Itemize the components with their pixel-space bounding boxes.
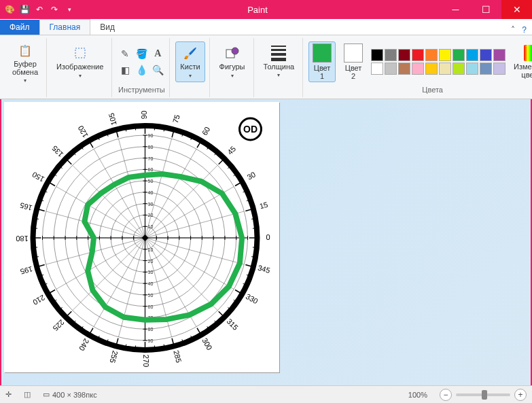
palette-color[interactable]	[466, 49, 478, 61]
palette-color[interactable]	[466, 63, 478, 75]
svg-text:270: 270	[142, 355, 150, 367]
color1-button[interactable]: Цвет 1	[308, 41, 336, 82]
zoom-in-button[interactable]: +	[514, 389, 527, 401]
svg-text:20: 20	[148, 213, 154, 218]
svg-text:90: 90	[148, 338, 154, 343]
svg-text:30: 30	[245, 170, 257, 181]
svg-text:70: 70	[148, 156, 154, 161]
picker-tool[interactable]: 💧	[134, 63, 149, 77]
eraser-tool[interactable]: ◧	[118, 63, 132, 77]
palette-color[interactable]	[385, 49, 397, 61]
size-icon: ▭	[43, 390, 50, 399]
tab-file[interactable]: Файл	[0, 20, 39, 35]
edit-colors-button[interactable]: Изменение цветов	[510, 42, 532, 82]
svg-text:60: 60	[148, 304, 154, 309]
tab-home[interactable]: Главная	[39, 19, 91, 35]
canvas[interactable]: 1010202030304040505060607070808090900153…	[4, 102, 279, 372]
clipboard-button[interactable]: 📋 Буфер обмена ▾	[8, 39, 42, 86]
minimize-button[interactable]: ─	[440, 0, 471, 19]
color-palette	[371, 49, 506, 75]
svg-text:105: 105	[107, 112, 118, 126]
svg-text:80: 80	[148, 145, 154, 150]
svg-text:15: 15	[259, 200, 269, 211]
tab-view[interactable]: Вид	[90, 20, 124, 35]
svg-text:10: 10	[148, 247, 154, 252]
svg-line-24	[251, 257, 254, 258]
palette-color[interactable]	[371, 63, 383, 75]
save-icon[interactable]: 💾	[19, 4, 30, 15]
ribbon: 📋 Буфер обмена ▾ Изображение ▾ ✎	[0, 35, 532, 99]
shapes-icon	[224, 45, 241, 61]
svg-text:240: 240	[77, 338, 91, 353]
tools-grid: ✎ 🪣 A ◧ 💧 🔍	[118, 46, 165, 77]
palette-color[interactable]	[493, 63, 506, 75]
dropdown-icon: ▾	[277, 72, 280, 78]
palette-color[interactable]	[398, 63, 410, 75]
svg-line-20	[251, 219, 254, 220]
svg-text:50: 50	[148, 179, 154, 183]
brush-icon: 🖌️	[182, 45, 198, 61]
help-icon[interactable]: ?	[522, 25, 527, 35]
dropdown-icon: ▾	[24, 77, 26, 84]
svg-text:180: 180	[16, 234, 28, 243]
fill-tool[interactable]: 🪣	[134, 46, 149, 61]
svg-text:225: 225	[52, 318, 66, 332]
thickness-button[interactable]: Толщина ▾	[260, 43, 299, 81]
canvas-area[interactable]: 1010202030304040505060607070808090900153…	[0, 99, 532, 385]
dropdown-icon: ▾	[189, 73, 192, 79]
text-tool[interactable]: A	[150, 46, 165, 61]
svg-text:165: 165	[19, 201, 33, 212]
svg-line-42	[126, 345, 126, 347]
svg-text:255: 255	[109, 350, 120, 364]
svg-text:40: 40	[148, 281, 154, 286]
close-button[interactable]: ✕	[501, 0, 532, 19]
clipboard-icon: 📋	[17, 42, 33, 58]
qat-dropdown-icon[interactable]: ▾	[64, 4, 75, 15]
svg-text:OD: OD	[243, 124, 258, 135]
svg-line-60	[36, 219, 39, 220]
svg-text:30: 30	[148, 270, 154, 275]
app-icon: 🎨	[4, 4, 15, 15]
dropdown-icon: ▾	[79, 73, 82, 79]
svg-text:330: 330	[245, 292, 260, 306]
maximize-button[interactable]: ☐	[471, 0, 501, 19]
palette-color[interactable]	[480, 49, 492, 61]
palette-color[interactable]	[439, 49, 451, 61]
titlebar: 🎨 💾 ↶ ↷ ▾ Paint ─ ☐ ✕	[0, 0, 532, 19]
edit-colors-icon	[524, 45, 532, 61]
palette-color[interactable]	[425, 49, 438, 61]
palette-color[interactable]	[439, 63, 451, 75]
window-title: Paint	[75, 5, 440, 15]
undo-icon[interactable]: ↶	[34, 4, 45, 15]
palette-color[interactable]	[412, 49, 424, 61]
svg-text:285: 285	[172, 349, 183, 364]
redo-icon[interactable]: ↷	[49, 4, 60, 15]
palette-color[interactable]	[371, 49, 383, 61]
select-icon	[72, 45, 88, 61]
svg-text:80: 80	[148, 327, 154, 332]
svg-text:90: 90	[140, 111, 148, 119]
image-select-button[interactable]: Изображение ▾	[52, 42, 107, 81]
zoom-tool[interactable]: 🔍	[150, 63, 165, 77]
pencil-tool[interactable]: ✎	[118, 46, 132, 61]
palette-color[interactable]	[398, 49, 410, 61]
svg-text:150: 150	[31, 171, 46, 184]
svg-text:45: 45	[226, 145, 237, 156]
brushes-button[interactable]: 🖌️ Кисти ▾	[175, 41, 205, 82]
palette-color[interactable]	[453, 49, 465, 61]
svg-text:10: 10	[148, 224, 154, 229]
color2-button[interactable]: Цвет 2	[340, 42, 367, 82]
zoom-out-button[interactable]: −	[440, 389, 452, 401]
palette-color[interactable]	[480, 63, 492, 75]
collapse-ribbon-icon[interactable]: ˄	[511, 25, 515, 35]
colors-group-label: Цвета	[422, 86, 443, 94]
zoom-slider[interactable]	[456, 393, 510, 396]
palette-color[interactable]	[425, 63, 438, 75]
svg-text:30: 30	[148, 202, 154, 207]
palette-color[interactable]	[412, 63, 424, 75]
palette-color[interactable]	[385, 63, 397, 75]
palette-color[interactable]	[493, 49, 506, 61]
palette-color[interactable]	[453, 63, 465, 75]
svg-text:120: 120	[76, 124, 90, 139]
shapes-button[interactable]: Фигуры ▾	[215, 42, 249, 81]
